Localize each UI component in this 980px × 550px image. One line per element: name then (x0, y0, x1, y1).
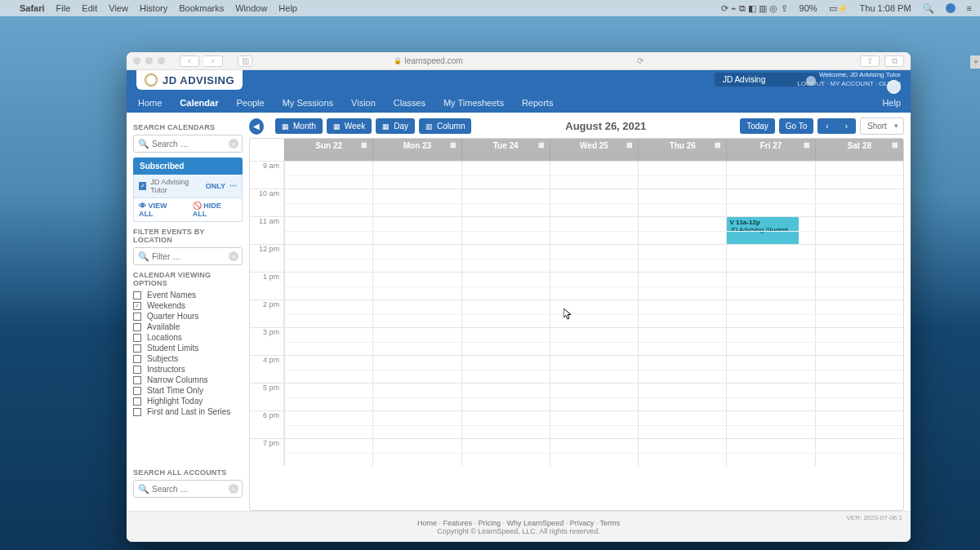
calendar-event[interactable]: V 11a-12pJD Advising Student (727, 217, 799, 244)
menu-help[interactable]: Help (278, 3, 297, 13)
calendar-cell[interactable] (550, 355, 638, 383)
day-header[interactable]: Tue 24▦ (461, 139, 550, 153)
menu-icon[interactable]: ≡ (967, 3, 972, 13)
calendar-cell[interactable] (461, 244, 550, 272)
calendar-cell[interactable] (284, 161, 372, 189)
calendar-cell[interactable] (372, 244, 461, 272)
calendar-cell[interactable] (726, 299, 814, 327)
calendar-cell[interactable] (284, 299, 372, 327)
calendar-cell[interactable] (726, 383, 814, 410)
view-option[interactable]: Locations (133, 333, 243, 342)
sidebar-toggle-button[interactable]: ▥ (238, 55, 252, 67)
menu-edit[interactable]: Edit (82, 3, 97, 13)
allday-cell[interactable] (284, 153, 372, 161)
calendar-cell[interactable] (638, 438, 726, 466)
only-button[interactable]: ONLY (206, 182, 225, 190)
nav-my-timesheets[interactable]: My Timesheets (442, 93, 506, 113)
view-option[interactable]: Event Names (133, 291, 243, 299)
filter-input[interactable] (133, 247, 243, 265)
calendar-cell[interactable] (284, 327, 372, 355)
calendar-cell[interactable] (372, 410, 461, 438)
my-account-link[interactable]: MY ACCOUNT (831, 80, 874, 87)
checkbox-icon[interactable] (133, 334, 141, 342)
density-selector[interactable]: Short (860, 118, 904, 135)
calendar-cell[interactable] (461, 438, 550, 466)
calendar-cell[interactable] (726, 410, 814, 438)
calendar-cell[interactable] (726, 161, 814, 189)
address-bar[interactable]: 🔒 learnspeed.com ⟳ (394, 56, 643, 65)
nav-vision[interactable]: Vision (350, 93, 377, 113)
calendar-cell[interactable] (284, 355, 372, 383)
calendar-cell[interactable] (550, 244, 638, 272)
calendar-cell[interactable] (284, 410, 372, 438)
menu-bookmarks[interactable]: Bookmarks (179, 3, 224, 13)
prev-button[interactable]: ‹ (817, 118, 836, 134)
subscribed-item[interactable]: ✓ JD Advising Tutor ONLY ⋯ (133, 175, 243, 198)
calendar-cell[interactable] (638, 355, 726, 383)
mini-cal-icon[interactable]: ▦ (538, 141, 545, 149)
calendar-cell[interactable] (638, 244, 726, 272)
allday-cell[interactable] (372, 153, 461, 161)
calendar-cell[interactable] (815, 244, 903, 272)
calendar-cell[interactable] (815, 299, 903, 327)
calendar-cell[interactable] (550, 299, 638, 327)
menu-history[interactable]: History (140, 3, 167, 13)
calendar-cell[interactable] (372, 355, 461, 383)
calendar-cell[interactable] (726, 355, 814, 383)
calendar-cell[interactable] (461, 383, 550, 410)
clear-icon[interactable]: × (229, 484, 238, 494)
calendar-cell[interactable] (550, 216, 638, 244)
view-option[interactable]: Subjects (133, 354, 243, 363)
calendar-cell[interactable] (815, 161, 903, 189)
checkbox-icon[interactable] (133, 408, 141, 416)
calendar-cell[interactable] (284, 244, 372, 272)
day-header[interactable]: Fri 27▦ (726, 139, 814, 153)
menu-window[interactable]: Window (235, 3, 267, 13)
next-button[interactable]: › (837, 118, 856, 134)
day-header[interactable]: Sat 28▦ (815, 139, 903, 153)
clear-icon[interactable]: × (229, 251, 238, 261)
view-all-button[interactable]: 👁 VIEW ALL (139, 202, 183, 218)
spotlight-icon[interactable]: 🔍 (923, 3, 934, 14)
today-button[interactable]: Today (740, 118, 775, 134)
view-day-button[interactable]: ▦Day (376, 118, 415, 134)
mini-cal-icon[interactable]: ▦ (626, 141, 633, 149)
traffic-close-icon[interactable] (133, 57, 140, 64)
calendar-cell[interactable] (284, 383, 372, 410)
calendar-cell[interactable] (726, 272, 814, 299)
mini-cal-icon[interactable]: ▦ (892, 141, 898, 149)
calendar-cell[interactable] (461, 189, 550, 216)
calendar-cell[interactable] (461, 161, 550, 189)
calendar-cell[interactable] (284, 189, 372, 216)
mini-cal-icon[interactable]: ▦ (804, 141, 810, 149)
nav-calendar[interactable]: Calendar (178, 93, 220, 113)
calendar-cell[interactable]: V 11a-12pJD Advising Student (726, 216, 814, 244)
calendar-cell[interactable] (638, 410, 726, 438)
traffic-min-icon[interactable] (145, 57, 153, 64)
checkbox-icon[interactable] (133, 397, 141, 406)
calendar-cell[interactable] (815, 383, 903, 410)
calendar-cell[interactable] (815, 438, 903, 466)
calendar-cell[interactable] (550, 438, 638, 466)
calendar-cell[interactable] (284, 438, 372, 466)
allday-cell[interactable] (461, 153, 550, 161)
grid-body[interactable]: 9 am10 am11 amV 11a-12pJD Advising Stude… (250, 161, 903, 510)
view-option[interactable]: Highlight Today (133, 397, 243, 406)
tabs-icon[interactable]: ⧉ (884, 55, 904, 67)
view-week-button[interactable]: ▦Week (327, 118, 372, 134)
footer-home[interactable]: Home (417, 519, 437, 527)
view-option[interactable]: Quarter Hours (133, 312, 243, 321)
calendar-cell[interactable] (638, 216, 726, 244)
calendar-cell[interactable] (550, 161, 638, 189)
help-link[interactable]: Help (882, 98, 901, 108)
calendar-cell[interactable] (461, 410, 550, 438)
allday-cell[interactable] (815, 153, 903, 161)
menubar-app[interactable]: Safari (20, 3, 45, 13)
calendar-cell[interactable] (638, 299, 726, 327)
mini-cal-icon[interactable]: ▦ (361, 141, 368, 149)
calendar-cell[interactable] (550, 327, 638, 355)
search-all-input[interactable] (133, 480, 243, 498)
checkbox-icon[interactable] (133, 323, 141, 331)
view-option[interactable]: ✓Weekends (133, 301, 243, 310)
day-header[interactable]: Mon 23▦ (372, 139, 461, 153)
